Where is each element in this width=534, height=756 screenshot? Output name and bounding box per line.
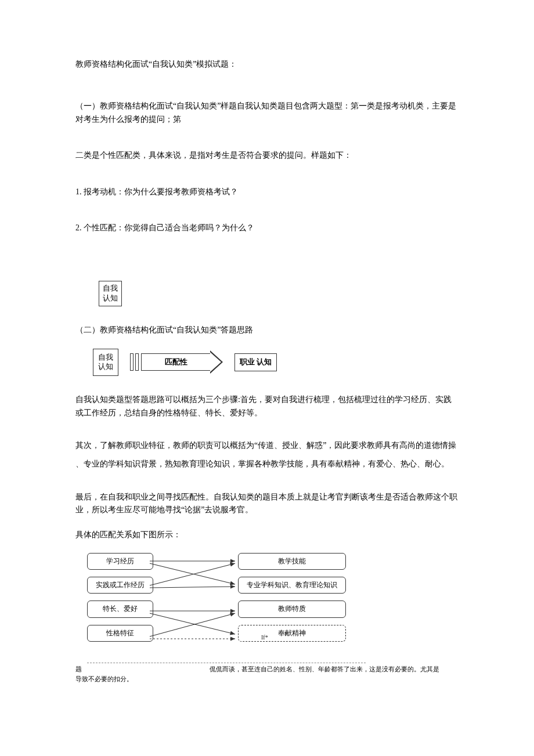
match-diagram: 学习经历 实践或工作经历 特长、爱好 性格特征 教学技能 专业学科知识、教育理论… (87, 553, 366, 663)
self-cognition-box: 自我 认知 (99, 281, 122, 306)
section2-p1: 自我认知类题型答题思路可以概括为三个步骤:首先，要对自我进行梳理，包括梳理过往的… (75, 393, 459, 419)
flow-mid-label: 匹配性 (141, 353, 210, 371)
left-item-2: 实践或工作经历 (87, 577, 153, 594)
footnote-end: 导致不必要的扣分。 (75, 675, 133, 682)
section1-intro: （一）教师资格结构化面试“自我认知类”样题自我认知类题目包含两大题型：第一类是报… (75, 100, 459, 126)
section2-p3: 最后，在自我和职业之间寻找匹配性。自我认知类的题目本质上就是让考官判断该考生是否… (75, 491, 459, 517)
footnote: 题侃侃而谈，甚至连自己的姓名、性别、年龄都答了出来，这是没有必要的。尤其是 导致… (75, 664, 459, 683)
section2-p2a: 其次，了解教师职业特征，教师的职责可以概括为“传道、授业、解惑”，因此要求教师具… (75, 439, 459, 452)
question-2: 2. 个性匹配：你觉得自己适合当老师吗？为什么？ (75, 222, 459, 234)
footnote-mid: 侃侃而谈，甚至连自己的姓名、性别、年龄都答了出来，这是没有必要的。尤其是 (210, 665, 439, 672)
flow-right-box: 职业 认知 (234, 353, 277, 371)
left-item-3: 特长、爱好 (87, 601, 153, 617)
right-item-3: 教师特质 (238, 601, 346, 617)
f-label: F (284, 630, 288, 639)
right-item-4: 奉献精神 (238, 625, 346, 642)
question-1: 1. 报考动机：你为什么要报考教师资格考试？ (75, 186, 459, 198)
section2-p4: 具体的匹配关系如下图所示： (75, 529, 459, 541)
right-item-2: 专业学科知识、教育理论知识 (238, 577, 346, 594)
svg-line-3 (150, 587, 235, 588)
section1-cont: 二类是个性匹配类，具体来说，是指对考生是否符合要求的提问。样题如下： (75, 149, 459, 162)
flow-left-box: 自我 认知 (93, 349, 118, 377)
connector-lines-icon (145, 553, 250, 657)
left-item-4: 性格特征 (87, 625, 153, 642)
left-item-1: 学习经历 (87, 553, 153, 570)
section2-heading: （二）教师资格结构化面试“自我认知类”答题思路 (75, 324, 459, 337)
page-title: 教师资格结构化面试“自我认知类”模拟试题： (75, 58, 459, 71)
if-label: If* (261, 633, 268, 642)
footnote-prefix: 题 (75, 665, 82, 672)
right-item-1: 教学技能 (238, 553, 346, 570)
flow-diagram: 自我 认知 匹配性 职业 认知 (93, 349, 459, 377)
arrow-icon: 匹配性 (130, 350, 223, 374)
section2-p2b: 、专业的学科知识背景，熟知教育理论知识，掌握各种教学技能，具有奉献精神，有爱心、… (75, 458, 459, 471)
